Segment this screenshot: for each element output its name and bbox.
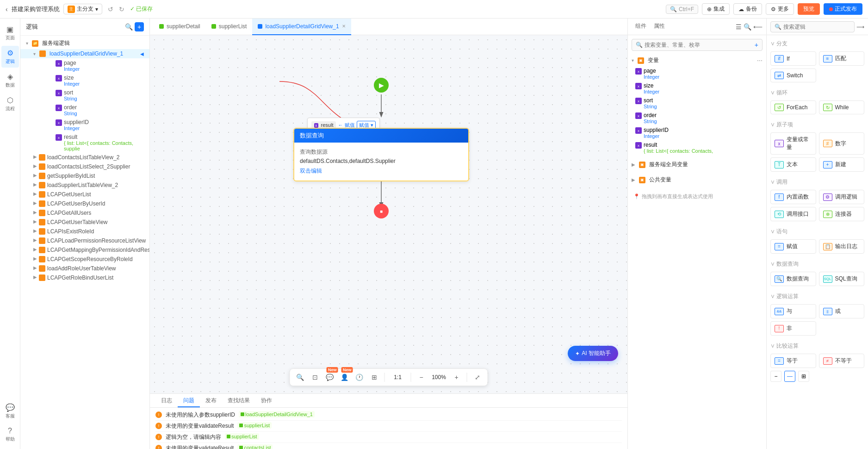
tree-item-add-role[interactable]: ▶ loadAddRoleUserTableView	[20, 264, 149, 273]
logic-item-not-equals[interactable]: ≠ 不等于	[819, 354, 865, 368]
tab-supplier-list[interactable]: supplierList	[206, 19, 253, 35]
var-search-input[interactable]	[645, 42, 753, 48]
logic-item-builtin[interactable]: f 内置函数	[770, 190, 816, 204]
logic-item-call-logic[interactable]: ⚙ 调用逻辑	[819, 190, 865, 204]
logic-item-call-api[interactable]: ⟲ 调用接口	[770, 207, 816, 221]
query-node[interactable]: 数据查询 查询数据源 defaultDS.Contacts,defaultDS.…	[293, 128, 469, 181]
redo-button[interactable]: ↻	[117, 5, 126, 14]
logic-item-new[interactable]: + 新建	[819, 157, 865, 172]
tree-item-contacts-table[interactable]: ▶ loadContactsListTableView_2	[20, 153, 149, 162]
logic-item-and[interactable]: && 与	[770, 304, 816, 318]
logic-item-connector[interactable]: ⊕ 连接器	[819, 207, 865, 221]
fullscreen-button[interactable]: ⤢	[471, 371, 484, 384]
tab-load-supplier-detail[interactable]: loadSupplierDetailGridView_1 ✕	[252, 19, 351, 35]
panel-tab-component[interactable]: 组件	[632, 19, 650, 35]
log-tag-2[interactable]: supplierList	[237, 422, 272, 429]
zoom-out-button[interactable]: 🔍	[294, 371, 307, 384]
panel-expand-icon[interactable]: ⟵	[753, 23, 763, 31]
minus-btn[interactable]: −	[770, 371, 781, 382]
tab-close-icon[interactable]: ✕	[342, 24, 346, 29]
rp-var-supplier-id[interactable]: x supplierID Integer	[632, 125, 763, 140]
log-tag-1[interactable]: loadSupplierDetailGridView_1	[239, 411, 315, 418]
var-search-bar[interactable]: 🔍 +	[632, 39, 763, 51]
integrate-button[interactable]: ⊕ 集成	[702, 3, 730, 15]
log-tag-4[interactable]: contactsList	[237, 444, 273, 449]
zoom-decrease-button[interactable]: −	[415, 371, 428, 384]
end-node[interactable]: ■	[374, 204, 389, 218]
logic-item-while[interactable]: ↻ While	[819, 100, 865, 114]
zoom-increase-button[interactable]: +	[450, 371, 463, 384]
panel-menu-icon[interactable]: ☰	[736, 23, 742, 31]
ai-assistant-button[interactable]: ✦ AI 智能助手	[568, 346, 618, 361]
sidebar-add-button[interactable]: +	[135, 22, 144, 31]
rp-var-sort[interactable]: x sort String	[632, 96, 763, 111]
tree-item-contacts-select[interactable]: ▶ loadContactsListSelect_2Supplier	[20, 162, 149, 171]
sidebar-search-button[interactable]: 🔍	[125, 22, 133, 31]
logic-item-assign[interactable]: = 赋值	[770, 239, 816, 254]
rp-var-page[interactable]: x page Integer	[632, 66, 763, 81]
bottom-tab-find[interactable]: 查找结果	[222, 394, 255, 407]
tree-item-exist-role[interactable]: ▶ LCAPIsExistRoleId	[20, 227, 149, 236]
rp-var-order[interactable]: x order String	[632, 111, 763, 125]
rp-var-size[interactable]: x size Integer	[632, 81, 763, 96]
logic-item-sql-query[interactable]: SQL SQL查询	[819, 272, 865, 286]
preview-button[interactable]: 预览	[798, 3, 820, 15]
var-order[interactable]: x order String	[43, 103, 149, 118]
layout-button[interactable]: ⊞	[368, 371, 381, 384]
history-button[interactable]: 🕐	[353, 371, 366, 384]
global-vars-header[interactable]: ▶ ▣ 服务端全局变量	[632, 159, 763, 170]
nav-item-flow[interactable]: ⬡ 流程	[1, 93, 19, 115]
logic-item-or[interactable]: || 或	[819, 304, 865, 318]
logic-item-match[interactable]: ≡ 匹配	[819, 51, 865, 66]
nav-item-page[interactable]: ▣ 页面	[1, 22, 19, 44]
tree-item-load-permission[interactable]: ▶ LCAPLoadPermissionResourceListView	[20, 236, 149, 245]
bottom-tab-issues[interactable]: 问题	[178, 394, 200, 407]
canvas-area[interactable]: ▶ x result ← 赋值 赋值 ▾ 数据查询	[150, 35, 627, 393]
publish-button[interactable]: 正式发布	[824, 3, 862, 15]
backup-button[interactable]: ☁ 备份	[733, 3, 762, 15]
logic-item-foreach[interactable]: ↺ ForEach	[770, 100, 816, 114]
start-node[interactable]: ▶	[374, 78, 389, 93]
var-supplier-id[interactable]: x supplierID Integer	[43, 118, 149, 132]
query-edit-link[interactable]: 双击编辑	[300, 167, 463, 175]
logic-search-bar[interactable]: 🔍	[770, 21, 855, 32]
logic-item-text[interactable]: T 文本	[770, 157, 816, 172]
var-page[interactable]: x page Integer	[43, 58, 149, 73]
line-btn[interactable]: —	[784, 371, 795, 382]
nav-item-help[interactable]: ? 帮助	[1, 424, 19, 445]
logic-item-not[interactable]: ! 非	[770, 321, 816, 336]
nav-item-qa[interactable]: 💬 客服	[1, 400, 19, 422]
logic-item-equals[interactable]: = 等于	[770, 354, 816, 368]
more-button[interactable]: ⚙ 更多	[766, 3, 794, 15]
logic-search-input[interactable]	[783, 24, 850, 30]
bottom-tab-publish[interactable]: 发布	[200, 394, 222, 407]
tree-item-get-user-list[interactable]: ▶ LCAPGetUserList	[20, 190, 149, 199]
logic-item-log[interactable]: 📋 输出日志	[819, 239, 865, 254]
logic-item-number[interactable]: # 数字	[819, 132, 865, 155]
undo-button[interactable]: ↺	[106, 5, 115, 14]
add-var-icon[interactable]: +	[755, 41, 758, 49]
logic-item-switch[interactable]: ⇌ Switch	[770, 69, 816, 82]
branch-selector[interactable]: 主 主分支 ▾	[63, 4, 102, 14]
nav-item-logic[interactable]: ⚙ 逻辑	[1, 46, 19, 68]
section-more-icon[interactable]: ⋯	[757, 57, 763, 64]
panel-search-icon[interactable]: 🔍	[744, 23, 751, 31]
bottom-tab-collab[interactable]: 协作	[255, 394, 278, 407]
rp-var-result[interactable]: x result { list: List<{ contacts: Contac…	[632, 140, 763, 155]
public-vars-header[interactable]: ▶ ▣ 公共变量	[632, 174, 763, 186]
tree-item-get-supplier[interactable]: ▶ getSupplierByIdList	[20, 171, 149, 181]
var-section-header-variables[interactable]: ▾ ▣ 变量 ⋯	[632, 55, 763, 66]
fit-screen-button[interactable]: ⊡	[309, 371, 322, 384]
comment-button[interactable]: 💬 New	[323, 371, 336, 384]
tree-item-get-user-by-id[interactable]: ▶ LCAPGetUserByUserId	[20, 199, 149, 208]
expand-btn[interactable]: ⊞	[798, 371, 809, 382]
tree-item-load-supplier[interactable]: ▾ loadSupplierDetailGridView_1 ◀ x page …	[20, 49, 149, 153]
tree-item-get-mapping[interactable]: ▶ LCAPGetMappingByPermissionIdAndResc	[20, 245, 149, 255]
var-sort[interactable]: x sort String	[43, 88, 149, 103]
var-size[interactable]: x size Integer	[43, 73, 149, 88]
tree-item-role-bind[interactable]: ▶ LCAPGetRoleBindUserList	[20, 273, 149, 282]
tab-supplier-detail[interactable]: supplierDetail	[154, 19, 206, 35]
tree-item-get-user-table[interactable]: ▶ LCAPGetUserTableView	[20, 218, 149, 227]
tree-group-header[interactable]: ▾ 📁 服务端逻辑	[20, 37, 149, 49]
logic-item-if[interactable]: if If	[770, 51, 816, 66]
